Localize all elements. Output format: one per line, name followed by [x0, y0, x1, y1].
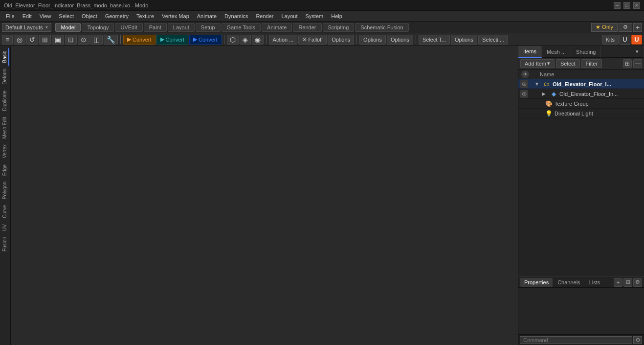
prop-tab-properties[interactable]: Properties [520, 278, 553, 287]
selecti-button[interactable]: Selecti ... [478, 35, 508, 45]
menu-item-file[interactable]: File [2, 12, 19, 20]
scene-item-texture[interactable]: 🎨 Texture Group [518, 99, 644, 109]
menu-item-edit[interactable]: Edit [19, 12, 36, 20]
menu-item-dynamics[interactable]: Dynamics [221, 12, 252, 20]
sidebar-tab-vertex[interactable]: Vertex [1, 141, 9, 161]
toolbar-mode-icon[interactable]: ⬡ [227, 35, 239, 45]
sidebar-tab-curve[interactable]: Curve [1, 202, 9, 221]
options2-button[interactable]: Options [359, 35, 386, 45]
prop-expand-button[interactable]: ⊞ [623, 278, 632, 287]
tab-schematic-fusion[interactable]: Schematic Fusion [355, 23, 408, 32]
convert-teal-button[interactable]: ▶ Convert [156, 35, 189, 45]
collapse-list-icon[interactable]: — [633, 59, 642, 68]
options4-button[interactable]: Options [451, 35, 477, 45]
scene-item-texture-icon: 🎨 [545, 100, 553, 108]
tab-layout[interactable]: Layout [168, 23, 195, 32]
menu-item-help[interactable]: Help [327, 12, 346, 20]
prop-add-button[interactable]: + [614, 278, 622, 287]
toolbar-icon-9[interactable]: 🔧 [104, 35, 118, 45]
scene-items-list: ▼ 🗂 Old_Elevator_Floor_I... [518, 79, 644, 276]
filter-button[interactable]: Filter [581, 59, 602, 68]
sidebar-tab-mesh-edit[interactable]: Mesh Edit [1, 114, 9, 141]
menu-item-view[interactable]: View [36, 12, 55, 20]
sidebar-tab-deform[interactable]: Deform [1, 66, 9, 88]
menu-item-render[interactable]: Render [252, 12, 277, 20]
add-item-button[interactable]: Add Item ▾ [520, 59, 555, 68]
tab-animate[interactable]: Animate [262, 23, 292, 32]
right-tab-dropdown[interactable]: ▾ [631, 46, 644, 58]
sidebar-tab-polygon[interactable]: Polygon [1, 179, 9, 202]
toolbar-icon-2[interactable]: ◎ [14, 35, 25, 45]
maximize-button[interactable]: □ [623, 2, 630, 9]
menu-item-texture[interactable]: Texture [133, 12, 158, 20]
action-button[interactable]: Action ... [269, 35, 298, 45]
convert-orange-button[interactable]: ▶ Convert [123, 35, 155, 45]
tab-topology[interactable]: Topology [82, 23, 114, 32]
minimize-button[interactable]: ─ [614, 2, 621, 9]
menu-item-animate[interactable]: Animate [193, 12, 221, 20]
command-run-button[interactable]: ⊙ [633, 336, 642, 344]
prop-tab-lists[interactable]: Lists [585, 278, 604, 287]
toolbar-icon-6[interactable]: ⊡ [65, 35, 77, 45]
scene-item-expand-icon[interactable]: ▼ [533, 80, 541, 88]
sidebar-tab-edge[interactable]: Edge [1, 161, 9, 179]
scene-item-root[interactable]: ▼ 🗂 Old_Elevator_Floor_I... [518, 79, 644, 89]
command-bar: ⊙ [518, 334, 644, 345]
sidebar-tab-duplicate[interactable]: Duplicate [1, 88, 9, 114]
scene-item-mesh[interactable]: ▶ ◆ Old_Elevator_Floor_In... [518, 89, 644, 99]
options3-button[interactable]: Options [387, 35, 413, 45]
star-button[interactable]: ★ Only [591, 23, 618, 32]
settings-button[interactable]: ⚙ [619, 23, 632, 32]
eye-toggle-mesh[interactable] [520, 90, 528, 98]
toolbar-icon-8[interactable]: ◫ [90, 35, 103, 45]
menu-item-object[interactable]: Object [78, 12, 101, 20]
toolbar-mode-icon3[interactable]: ◉ [252, 35, 264, 45]
toolbar-icon-5[interactable]: ▣ [52, 35, 64, 45]
menu-item-system[interactable]: System [302, 12, 328, 20]
toolbar-icon-3[interactable]: ↺ [26, 35, 38, 45]
close-button[interactable]: ✕ [633, 2, 640, 9]
right-tab-shading[interactable]: Shading [571, 46, 601, 58]
right-tab-mesh[interactable]: Mesh ... [542, 46, 571, 58]
right-tab-items[interactable]: Items [518, 46, 542, 58]
falloff-button[interactable]: ⊗ Falloff [298, 35, 327, 45]
toolbar-icon-1[interactable]: ≡ [2, 35, 13, 45]
prop-tab-channels[interactable]: Channels [554, 278, 584, 287]
tab-scripting[interactable]: Scripting [323, 23, 355, 32]
select-button[interactable]: Select [556, 59, 580, 68]
scene-item-expand-child-icon[interactable]: ▶ [540, 90, 548, 98]
tab-uvedit[interactable]: UVEdit [115, 23, 142, 32]
tab-setup[interactable]: Setup [196, 23, 221, 32]
menu-item-geometry[interactable]: Geometry [101, 12, 133, 20]
sidebar-tab-basic[interactable]: Basic [1, 48, 9, 66]
scene-item-light[interactable]: 💡 Directional Light [518, 109, 644, 118]
sidebar-tab-uv[interactable]: UV [1, 221, 9, 234]
toolbar-mode-icon2[interactable]: ◈ [240, 35, 251, 45]
kits-button[interactable]: Kits [602, 35, 619, 45]
select-t-button[interactable]: Select T... [419, 35, 450, 45]
divider-3 [266, 35, 266, 44]
add-tab-button[interactable]: + [633, 23, 642, 32]
eye-toggle-root[interactable] [520, 80, 528, 88]
sidebar-tab-fusion[interactable]: Fusion [1, 234, 9, 254]
tab-paint[interactable]: Paint [144, 23, 167, 32]
toolbar-icon-7[interactable]: ⊙ [78, 35, 89, 45]
menu-item-layout[interactable]: Layout [277, 12, 301, 20]
tab-model[interactable]: Model [55, 23, 81, 32]
convert-blue-button[interactable]: ▶ Convert [189, 35, 222, 45]
menu-item-select[interactable]: Select [55, 12, 78, 20]
expand-list-icon[interactable]: ⊞ [623, 59, 632, 68]
ue-icon-2[interactable]: U [631, 35, 642, 45]
menu-item-vertex-map[interactable]: Vertex Map [158, 12, 193, 20]
tab-render[interactable]: Render [293, 23, 321, 32]
options1-button[interactable]: Options [328, 35, 354, 45]
ue-icon-1[interactable]: U [620, 35, 630, 45]
layout-dropdown[interactable]: Default Layouts ▾ [2, 23, 51, 32]
tab-game-tools[interactable]: Game Tools [222, 23, 261, 32]
command-input-field[interactable] [520, 336, 632, 344]
prop-settings-button[interactable]: ⚙ [633, 278, 642, 287]
viewport-area: Perspective Advanced Viewport Textures ⊠… [11, 46, 518, 345]
falloff-icon: ⊗ [302, 36, 307, 43]
toolbar-icon-4[interactable]: ⊞ [39, 35, 51, 45]
right-panel-toolbar: Add Item ▾ Select Filter ⊞ — [518, 58, 644, 69]
